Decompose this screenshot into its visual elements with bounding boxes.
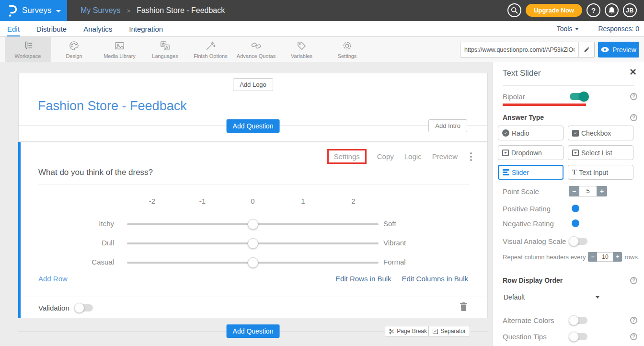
slider-track (127, 223, 379, 225)
delete-question-button[interactable] (460, 302, 467, 311)
question-text[interactable]: What do you think of the dress? (38, 168, 153, 177)
toolbar-workspace[interactable]: Workspace (5, 37, 51, 62)
help-icon[interactable]: ? (630, 317, 637, 324)
question-tips-label: Question Tips (503, 333, 569, 341)
divider (503, 85, 634, 86)
slider-row: Itchy Soft (21, 218, 487, 231)
validation-toggle[interactable] (75, 304, 93, 311)
toolbar-advance-quotas[interactable]: Advance Quotas (233, 37, 279, 62)
edit-url-button[interactable] (578, 42, 594, 57)
kebab-menu-icon[interactable] (468, 151, 474, 162)
answer-type-checkbox[interactable]: ✓ Checkbox (568, 126, 633, 140)
answer-type-label: Dropdown (511, 149, 542, 157)
slider-scale-labels: -2 -1 0 1 2 (127, 197, 379, 205)
question-logic-link[interactable]: Logic (404, 152, 422, 161)
slider-handle[interactable] (248, 219, 258, 230)
visual-analog-row: Visual Analog Scale (503, 236, 637, 246)
answer-type-label: Slider (512, 169, 529, 176)
question-preview-link[interactable]: Preview (432, 152, 458, 161)
row-display-order-label: Row Display Order (503, 277, 569, 284)
toolbar-media-library[interactable]: Media Library (97, 37, 142, 62)
notifications-button[interactable] (605, 3, 619, 17)
help-icon[interactable]: ? (630, 93, 637, 100)
add-row-link[interactable]: Add Row (38, 275, 68, 283)
answer-type-label: Answer Type (503, 114, 569, 121)
help-button[interactable]: ? (586, 3, 600, 17)
responses-count[interactable]: Responses: 0 (598, 25, 639, 33)
tab-integration[interactable]: Integration (128, 21, 163, 36)
row-display-order-select[interactable]: Default (504, 293, 599, 301)
logo-row: Add Logo (19, 73, 487, 95)
tab-edit[interactable]: Edit (7, 21, 20, 36)
toolbar-finish-options[interactable]: Finish Options (188, 37, 233, 62)
slider-bars-icon (503, 169, 509, 175)
edit-rows-bulk-link[interactable]: Edit Rows in Bulk (335, 275, 391, 283)
add-logo-button[interactable]: Add Logo (233, 78, 273, 91)
help-icon[interactable]: ? (630, 333, 637, 340)
plus-button[interactable]: + (597, 186, 607, 196)
help-icon[interactable]: ? (630, 114, 637, 121)
share-url-input[interactable] (460, 42, 578, 57)
toolbar-design[interactable]: Design (51, 37, 97, 62)
positive-rating-color-swatch[interactable] (572, 205, 579, 212)
answer-type-slider[interactable]: Slider (498, 165, 564, 180)
add-intro-button[interactable]: Add Intro (428, 119, 467, 132)
add-question-button-bottom[interactable]: Add Question (227, 324, 280, 338)
tab-analytics[interactable]: Analytics (83, 21, 113, 36)
row-display-order-value: Default (504, 293, 525, 301)
close-icon[interactable]: × (630, 65, 636, 79)
slider-row: Casual Formal (21, 256, 487, 269)
question-settings-link[interactable]: Settings (334, 152, 360, 161)
toolbar-label: Design (66, 53, 82, 59)
alternate-colors-row: Alternate Colors ? (503, 315, 637, 325)
point-scale-row: Point Scale − 5 + (503, 186, 637, 196)
editor-toolbar: Workspace Design Media Library Languages… (0, 37, 644, 62)
minus-button[interactable]: − (569, 186, 579, 196)
search-button[interactable] (507, 3, 521, 17)
scale-label: -2 (127, 197, 177, 205)
toolbar-settings[interactable]: Settings (324, 37, 370, 62)
breadcrumb-my-surveys[interactable]: My Surveys (80, 6, 121, 15)
topbar-actions: Upgrade Now ? JB (507, 3, 637, 17)
help-icon[interactable]: ? (630, 277, 637, 284)
row-right-label: Soft (383, 219, 396, 228)
answer-type-text-input[interactable]: T Text Input (568, 165, 633, 180)
add-question-button[interactable]: Add Question (227, 119, 280, 133)
alternate-colors-toggle[interactable] (570, 317, 587, 324)
question-copy-link[interactable]: Copy (377, 152, 394, 161)
tab-distribute[interactable]: Distribute (36, 21, 67, 36)
answer-type-row: Answer Type ? (503, 112, 637, 123)
answer-type-dropdown[interactable]: Dropdown (498, 145, 564, 160)
upgrade-now-button[interactable]: Upgrade Now (526, 4, 582, 17)
separator-button[interactable]: ✓ Separator (428, 326, 470, 336)
answer-type-label: Radio (512, 129, 529, 137)
page-break-button[interactable]: Page Break (385, 326, 431, 336)
bipolar-toggle[interactable] (570, 93, 587, 100)
slider-handle[interactable] (248, 257, 258, 268)
positive-rating-row: Positive Rating (503, 203, 637, 214)
toolbar-languages[interactable]: Languages (142, 37, 188, 62)
user-avatar[interactable]: JB (623, 3, 637, 17)
point-scale-value[interactable]: 5 (579, 186, 597, 196)
plus-button[interactable]: + (613, 252, 622, 262)
edit-columns-bulk-link[interactable]: Edit Columns in Bulk (402, 275, 468, 283)
bipolar-row: Bipolar ? (503, 91, 637, 102)
chain-icon (251, 40, 262, 51)
repeat-headers-value[interactable]: 10 (597, 252, 613, 262)
minus-button[interactable]: − (588, 252, 597, 262)
product-menu[interactable]: Surveys (0, 0, 67, 21)
visual-analog-toggle[interactable] (570, 238, 587, 245)
palette-icon (69, 40, 80, 51)
survey-actions-row: Add Question Add Intro (19, 126, 487, 142)
toolbar-variables[interactable]: Variables (279, 37, 324, 62)
answer-type-select-list[interactable]: Select List (568, 145, 633, 160)
slider-handle[interactable] (248, 238, 258, 249)
tools-dropdown[interactable]: Tools (557, 25, 579, 33)
survey-title[interactable]: Fashion Store - Feedback (19, 95, 487, 118)
preview-button[interactable]: Preview (598, 42, 639, 58)
nav-tabs: Edit Distribute Analytics Integration (7, 21, 163, 36)
negative-rating-color-swatch[interactable] (572, 219, 579, 227)
answer-type-radio[interactable]: ✓ Radio (498, 126, 564, 140)
breadcrumb-separator: > (127, 7, 131, 14)
question-tips-toggle[interactable] (570, 333, 587, 340)
